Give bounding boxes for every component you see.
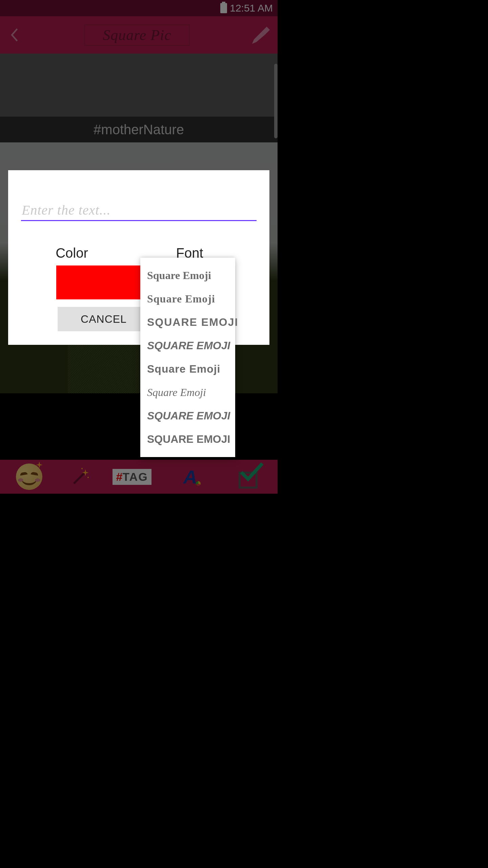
font-option[interactable]: SQUARE EMOJI — [140, 428, 235, 451]
screen: 12:51 AM Square Pic #motherNature — [0, 0, 278, 494]
font-option[interactable]: Square Emoji — [140, 287, 235, 311]
font-option[interactable]: SQUARE EMOJI — [140, 404, 235, 428]
font-option[interactable]: Square Emoji — [140, 264, 235, 287]
font-option[interactable]: Square Emoji — [140, 357, 235, 381]
cancel-button[interactable]: CANCEL — [58, 307, 150, 331]
color-label: Color — [21, 245, 123, 261]
font-dropdown: Square Emoji Square Emoji SQUARE EMOJI S… — [140, 258, 235, 457]
font-option[interactable]: SQUARE EMOJI — [140, 311, 235, 334]
font-option[interactable]: SQUARE EMOJI — [140, 334, 235, 357]
color-swatch[interactable] — [56, 265, 148, 299]
font-option[interactable]: Square Emoji — [140, 381, 235, 404]
text-input[interactable] — [21, 200, 257, 221]
